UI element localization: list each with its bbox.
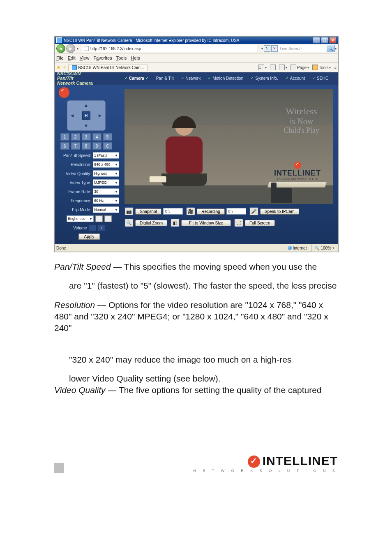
volume-label: Volume xyxy=(73,226,87,230)
document-body: Pan/Tilt Speed — This specifies the movi… xyxy=(54,261,338,396)
tilt-down-button[interactable]: ▼ xyxy=(84,123,89,129)
preset-clear[interactable]: C xyxy=(103,142,112,150)
feeds-icon xyxy=(270,65,276,70)
tab-system[interactable]: ✓System Info. xyxy=(248,75,281,82)
para-quality-lead: lower Video Quality setting (see below). xyxy=(54,373,338,384)
preset-8[interactable]: 8 xyxy=(82,142,91,150)
recording-path-input[interactable]: C:\ xyxy=(226,208,246,215)
video-quality-label: Video Quality: xyxy=(59,171,91,176)
video-quality-select[interactable]: Highest▼ xyxy=(93,170,119,177)
sidebar: ✓ ▲ ▼ ◄ ► H 1 2 3 4 5 6 xyxy=(55,85,124,244)
viewer-buttons: 📷 Snapshot C:\ 🎥 Recording C:\ 🎤 Speak t… xyxy=(125,207,333,227)
tab-icon xyxy=(72,65,77,70)
brightness-down-button[interactable]: − xyxy=(95,215,103,222)
speak-button[interactable]: Speak to IPCam xyxy=(260,208,299,215)
cmdbar-overflow[interactable]: » xyxy=(334,65,337,70)
minimize-button[interactable]: _ xyxy=(313,37,320,44)
ie-icon xyxy=(56,37,62,43)
tab-motion[interactable]: ✓Motion Detection xyxy=(205,75,246,82)
refresh-button[interactable]: ↻ xyxy=(264,45,270,52)
preset-7[interactable]: 7 xyxy=(71,142,80,150)
page-icon xyxy=(84,46,89,51)
recording-button[interactable]: Recording xyxy=(197,208,225,215)
snapshot-path-input[interactable]: C:\ xyxy=(163,208,183,215)
fullscreen-icon: ⛶ xyxy=(234,219,243,227)
frame-rate-select[interactable]: 30▼ xyxy=(93,188,119,195)
viewer-panel: Wireless is Now Child's Play INTELLINET … xyxy=(124,85,338,244)
preset-2[interactable]: 2 xyxy=(71,133,80,141)
frame-rate-label: Frame Rate: xyxy=(59,190,91,194)
tools-menu[interactable]: Tools▾ xyxy=(312,65,331,70)
tab-account[interactable]: ✓Account xyxy=(283,75,307,82)
apply-button[interactable]: Apply xyxy=(78,234,99,240)
print-icon xyxy=(279,65,285,70)
maximize-button[interactable]: ❐ xyxy=(321,37,328,44)
home-button[interactable]: ⌂▾ xyxy=(258,65,267,70)
resolution-select[interactable]: 640 x 480▼ xyxy=(93,161,119,168)
menu-tools[interactable]: Tools xyxy=(116,56,127,60)
brightness-select[interactable]: Brightness▼ xyxy=(67,215,94,222)
tab-network[interactable]: ✓Network xyxy=(179,75,203,82)
pantilt-speed-select[interactable]: 1 (Fast)▼ xyxy=(93,152,119,159)
snapshot-icon: 📷 xyxy=(125,207,134,215)
volume-up-button[interactable]: + xyxy=(98,224,105,231)
nav-bar: ◄ ► ▼ http://192.168.2.3/index.asp ▼ ↻ ✕… xyxy=(55,44,338,53)
check-icon: ✓ xyxy=(125,76,128,80)
video-chair xyxy=(276,188,292,203)
video-type-select[interactable]: MJPEG▼ xyxy=(93,179,119,186)
preset-9[interactable]: 9 xyxy=(92,142,101,150)
address-bar[interactable]: http://192.168.2.3/index.asp xyxy=(82,45,258,52)
menu-edit[interactable]: Edit xyxy=(68,56,76,60)
tab-pantilt[interactable]: Pan & Tilt xyxy=(154,75,176,82)
flip-mode-select[interactable]: Normal▼ xyxy=(93,206,119,213)
preset-3[interactable]: 3 xyxy=(82,133,91,141)
preset-6[interactable]: 6 xyxy=(60,142,69,150)
check-icon: ✓ xyxy=(145,76,149,80)
close-button[interactable]: ✕ xyxy=(329,37,337,44)
nav-history-dropdown[interactable]: ▼ xyxy=(76,47,79,51)
preset-5[interactable]: 5 xyxy=(103,133,112,141)
home-position-button[interactable]: H xyxy=(82,111,90,120)
address-dropdown[interactable]: ▼ xyxy=(261,47,264,51)
tilt-up-button[interactable]: ▲ xyxy=(84,102,89,108)
ie-window: NSC18-WN Pan/Tilt Network Camera - Micro… xyxy=(54,36,339,252)
page-menu[interactable]: Page▾ xyxy=(291,65,309,70)
brand-mark-icon xyxy=(294,162,301,169)
pan-left-button[interactable]: ◄ xyxy=(70,113,75,118)
menu-help[interactable]: Help xyxy=(131,56,140,60)
full-screen-button[interactable]: Full Screen xyxy=(245,220,275,226)
stop-button[interactable]: ✕ xyxy=(271,45,278,52)
footer-brand: INTELLINET xyxy=(263,454,338,468)
print-button[interactable]: ▾ xyxy=(279,65,287,70)
fit-window-button[interactable]: Fit to Window Size xyxy=(181,220,231,226)
menu-view[interactable]: View xyxy=(80,56,90,60)
check-icon: ✓ xyxy=(181,76,184,80)
pan-right-button[interactable]: ► xyxy=(98,113,103,118)
digital-zoom-button[interactable]: Digital Zoom xyxy=(135,220,167,226)
preset-4[interactable]: 4 xyxy=(92,133,101,141)
search-button[interactable]: 🔍 xyxy=(327,45,335,52)
snapshot-button[interactable]: Snapshot xyxy=(135,208,161,215)
brightness-up-button[interactable]: + xyxy=(104,215,112,222)
search-input[interactable]: Live Search xyxy=(278,45,327,52)
preset-1[interactable]: 1 xyxy=(60,133,69,141)
feeds-button[interactable] xyxy=(270,65,276,70)
zoom-indicator[interactable]: 🔍100%▾ xyxy=(311,244,337,252)
check-icon: ✓ xyxy=(208,76,211,80)
volume-down-button[interactable]: − xyxy=(89,224,96,231)
search-provider-dropdown[interactable]: ▾ xyxy=(335,47,337,51)
check-icon: ✓ xyxy=(286,76,289,80)
poster-brand: INTELLINET BRINGING NETWORKS TO LIFE xyxy=(274,162,321,180)
menu-file[interactable]: File xyxy=(56,56,64,60)
menu-bar: File Edit View Favorites Tools Help xyxy=(55,53,338,63)
frequency-select[interactable]: 60 Hz▼ xyxy=(93,197,119,204)
menu-favorites[interactable]: Favorites xyxy=(93,56,112,60)
tab-camera[interactable]: ✓Camera✓ xyxy=(122,75,151,82)
video-feed: Wireless is Now Child's Play INTELLINET … xyxy=(125,89,333,204)
forward-button[interactable]: ► xyxy=(66,44,75,53)
para-resolution: Resolution — Options for the video resol… xyxy=(54,299,338,334)
para-resolution-note: "320 x 240" may reduce the image too muc… xyxy=(54,354,338,365)
preset-buttons: 1 2 3 4 5 6 7 8 9 C xyxy=(57,133,115,150)
tab-sdhc[interactable]: ✓SDHC xyxy=(310,75,331,82)
back-button[interactable]: ◄ xyxy=(56,44,65,53)
